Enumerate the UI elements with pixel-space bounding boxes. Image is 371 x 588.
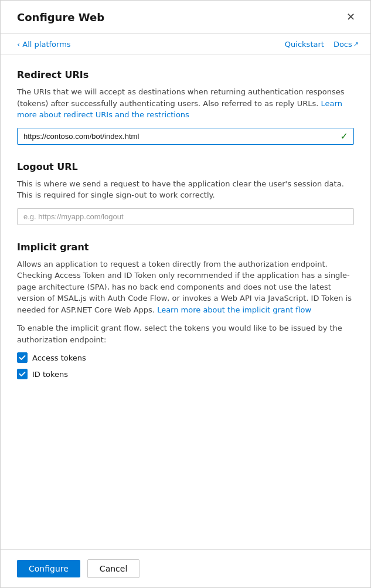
configure-web-dialog: Configure Web ✕ ‹ All platforms Quicksta… [0, 0, 371, 588]
implicit-grant-enable-desc: To enable the implicit grant flow, selec… [17, 322, 354, 345]
redirect-uris-desc: The URIs that we will accept as destinat… [17, 86, 354, 121]
logout-url-title: Logout URL [17, 161, 354, 172]
nav-links: Quickstart Docs ↗ [285, 40, 359, 49]
access-tokens-checkbox[interactable] [17, 352, 28, 363]
logout-url-desc: This is where we send a request to have … [17, 178, 354, 201]
redirect-uri-input[interactable] [17, 128, 354, 145]
dialog-title: Configure Web [17, 11, 104, 23]
checkmark-svg [19, 354, 26, 361]
configure-button[interactable]: Configure [17, 560, 80, 577]
back-link[interactable]: ‹ All platforms [17, 40, 71, 49]
redirect-uris-section: Redirect URIs The URIs that we will acce… [17, 69, 354, 145]
logout-url-input[interactable] [17, 208, 354, 225]
id-tokens-label: ID tokens [32, 370, 68, 379]
content-area: Redirect URIs The URIs that we will acce… [1, 55, 370, 549]
checkmark-icon: ✓ [341, 131, 348, 142]
close-button[interactable]: ✕ [342, 9, 359, 25]
redirect-uri-input-row: ✓ [17, 128, 354, 145]
implicit-grant-section: Implicit grant Allows an application to … [17, 242, 354, 380]
implicit-grant-title: Implicit grant [17, 242, 354, 253]
nav-bar: ‹ All platforms Quickstart Docs ↗ [1, 34, 370, 55]
dialog-footer: Configure Cancel [1, 549, 370, 587]
access-tokens-checkbox-item[interactable]: Access tokens [17, 352, 354, 363]
id-tokens-checkbox-item[interactable]: ID tokens [17, 369, 354, 379]
quickstart-link[interactable]: Quickstart [285, 40, 324, 49]
external-link-icon: ↗ [353, 40, 359, 48]
implicit-grant-desc: Allows an application to request a token… [17, 259, 354, 316]
redirect-uris-title: Redirect URIs [17, 69, 354, 80]
dialog-header: Configure Web ✕ [1, 1, 370, 34]
cancel-button[interactable]: Cancel [87, 559, 139, 578]
logout-url-section: Logout URL This is where we send a reque… [17, 161, 354, 225]
checkmark-svg-2 [19, 371, 26, 378]
id-tokens-checkbox[interactable] [17, 369, 28, 379]
docs-link[interactable]: Docs ↗ [333, 40, 359, 49]
access-tokens-label: Access tokens [32, 354, 86, 362]
implicit-grant-learn-more-link[interactable]: Learn more about the implicit grant flow [157, 305, 311, 314]
checkbox-group: Access tokens ID tokens [17, 352, 354, 379]
